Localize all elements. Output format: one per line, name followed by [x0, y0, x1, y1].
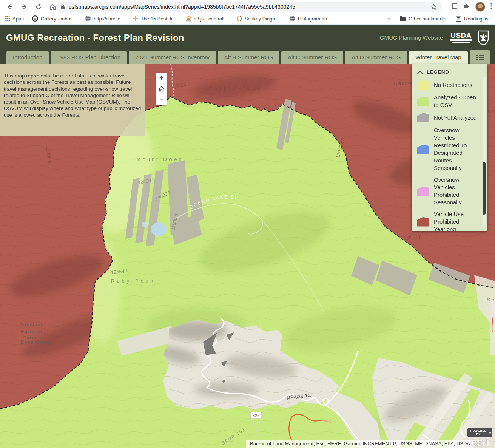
legend-swatch: [417, 145, 429, 154]
tab-bar: Introduction 1983 ROS Plan Direction 202…: [0, 50, 495, 64]
apps-grid-icon: [5, 16, 10, 21]
parens-icon: [237, 16, 242, 22]
bookmark-star-icon[interactable]: [430, 3, 437, 10]
forest-service-shield-icon: US: [477, 30, 490, 45]
svg-text:S: S: [485, 34, 487, 37]
menu-kebab-icon[interactable]: [490, 3, 492, 11]
legend-item-prohibited-seasonally: Oversnow Vehicles Prohibited Seasonally: [417, 176, 487, 206]
tab-2021-summer-ros[interactable]: 2021 Summer ROS Inventory: [129, 51, 216, 64]
folder-icon: [400, 16, 406, 21]
legend-panel: LEGEND No Restrictions Analyzed - Open t…: [412, 64, 487, 231]
map-label-5ft: 5 ft: [487, 109, 495, 114]
spark-icon: [133, 16, 138, 22]
github-icon: [32, 15, 38, 22]
bookmark-gallery[interactable]: Gallery · mbos...: [32, 15, 77, 22]
profile-avatar[interactable]: [475, 2, 485, 12]
tab-alt-b[interactable]: Alt B Summer ROS: [218, 51, 279, 64]
legend-swatch: [417, 187, 429, 196]
chevron-up-icon: [417, 70, 423, 74]
route-shield-826: 826: [250, 412, 262, 419]
lock-icon: [60, 4, 65, 9]
bookmarks-overflow-chevron[interactable]: »: [387, 15, 390, 22]
divider: [395, 15, 395, 22]
bookmarks-bar: Apps Gallery · mbos... http://christo...…: [0, 13, 495, 25]
tab-1983-ros[interactable]: 1983 ROS Plan Direction: [51, 51, 127, 64]
back-icon[interactable]: [5, 2, 14, 11]
legend-header[interactable]: LEGEND: [412, 64, 487, 76]
map-label-purple-peak: Purple Peak: [209, 85, 262, 91]
globe-icon: [85, 15, 91, 22]
tab-introduction[interactable]: Introduction: [6, 51, 49, 64]
bookmark-d3[interactable]: d3.js - controll...: [186, 16, 228, 22]
bookmark-histogram[interactable]: Histogram an...: [289, 15, 331, 22]
bookmark-apps[interactable]: Apps: [5, 16, 24, 22]
legend-scrollbar[interactable]: [483, 77, 486, 227]
bookmark-sankey[interactable]: Sankey Diagra...: [237, 16, 281, 22]
usda-logo: USDA: [450, 33, 472, 43]
legend-swatch: [417, 97, 429, 106]
list-icon: [476, 54, 484, 60]
extensions-puzzle-icon[interactable]: [463, 3, 470, 11]
svg-text:826: 826: [253, 413, 259, 418]
map-label-gunnison-1: Gunnison: [19, 323, 44, 327]
legend-item-no-restrictions: No Restrictions: [417, 80, 487, 90]
reload-icon[interactable]: [34, 2, 43, 11]
map-label-gunnison-2: National: [21, 329, 43, 334]
legend-swatch: [417, 113, 429, 122]
legend-item-not-yet-analyzed: Not Yet Analyzed: [417, 113, 487, 122]
home-extent-icon: [158, 86, 165, 92]
page-title: GMUG Recreation - Forest Plan Revision: [6, 32, 184, 43]
tab-alt-d[interactable]: Alt D Summer ROS: [345, 51, 407, 64]
reading-list[interactable]: Reading list: [456, 16, 490, 22]
esri-logo: POWERED BY esri: [467, 426, 492, 447]
zoom-in-button[interactable]: +: [156, 73, 167, 83]
tab-overflow-list[interactable]: [470, 50, 490, 64]
other-bookmarks[interactable]: Other bookmarks: [400, 16, 446, 22]
legend-swatch: [417, 80, 429, 90]
map-attribution: Bureau of Land Management, Esri, HERE, G…: [246, 440, 474, 448]
bookmark-15-best[interactable]: The 15 Best Ja...: [133, 16, 178, 22]
globe-icon: [289, 15, 295, 22]
home-extent-button[interactable]: [156, 83, 167, 94]
map-label-dyke-creek: Dyke Creek: [21, 339, 51, 345]
planning-website-link[interactable]: GMUG Planning Website: [380, 34, 443, 41]
zoom-out-button[interactable]: −: [156, 94, 167, 105]
legend-swatch: [417, 217, 429, 227]
divider: [451, 15, 451, 22]
edge-road: [490, 298, 495, 355]
sidebar-icon[interactable]: [452, 3, 458, 10]
legend-item-restricted-designated: Oversnow Vehicles Restricted To Designat…: [417, 127, 487, 172]
reading-list-icon: [456, 16, 461, 22]
app-header: GMUG Recreation - Forest Plan Revision G…: [0, 25, 495, 50]
tab-winter-travel-map[interactable]: Winter Travel Map: [409, 51, 468, 64]
legend-scrollbar-thumb[interactable]: [483, 162, 486, 215]
forward-icon[interactable]: [20, 2, 29, 11]
tab-alt-c[interactable]: Alt C Summer ROS: [281, 51, 343, 64]
powered-by-badge: POWERED BY: [467, 428, 492, 437]
map-label-mount-owen: Mount Owen: [137, 156, 184, 162]
legend-item-analyzed-open: Analyzed - Open to OSV: [417, 94, 487, 109]
stack-icon: [186, 16, 191, 22]
address-bar[interactable]: usfs.maps.arcgis.com/apps/MapSeries/inde…: [56, 2, 442, 12]
map-label-ruby-peak: Ruby Peak: [111, 278, 156, 284]
svg-text:U: U: [480, 34, 482, 37]
browser-toolbar: usfs.maps.arcgis.com/apps/MapSeries/inde…: [0, 0, 495, 13]
zoom-controls: + −: [156, 73, 167, 105]
legend-item-prohibited-yearlong: Vehicle Use Prohibited Yearlong: [417, 210, 487, 233]
map-label-scarp: Scarp: [487, 297, 495, 303]
intro-text-panel: This map represents the current status o…: [0, 64, 145, 136]
url-text: usfs.maps.arcgis.com/apps/MapSeries/inde…: [69, 4, 430, 10]
bookmark-christo[interactable]: http://christo...: [85, 15, 125, 22]
